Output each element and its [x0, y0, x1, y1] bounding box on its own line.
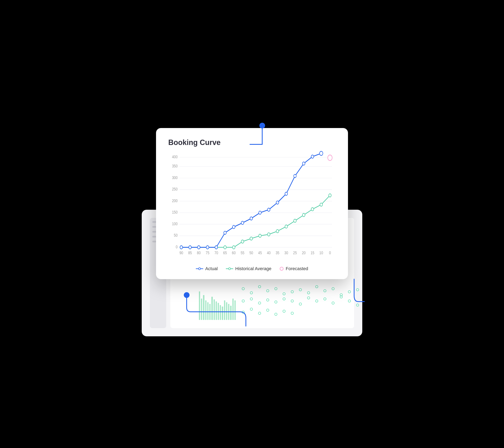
legend-historical: Historical Average	[226, 266, 271, 271]
scatter-dot	[283, 310, 286, 313]
svg-text:20: 20	[302, 250, 306, 255]
bg-mini-bar-item	[222, 306, 223, 320]
svg-point-72	[303, 162, 305, 165]
scatter-dot	[283, 298, 286, 300]
scatter-dot	[266, 309, 269, 312]
svg-point-53	[294, 219, 296, 222]
svg-point-50	[268, 233, 270, 236]
scatter-dot	[340, 295, 343, 298]
svg-point-2	[259, 123, 265, 128]
bg-mini-bar-item	[199, 291, 200, 320]
svg-point-73	[311, 155, 314, 158]
svg-point-57	[329, 194, 331, 197]
svg-text:55: 55	[241, 250, 244, 255]
bg-mini-bar-item	[220, 305, 221, 320]
svg-text:0: 0	[329, 250, 331, 255]
svg-text:50: 50	[249, 250, 253, 255]
bg-mini-bar-item	[226, 302, 227, 320]
svg-text:60: 60	[232, 250, 236, 255]
svg-point-63	[224, 231, 226, 234]
svg-point-45	[224, 246, 226, 249]
svg-text:75: 75	[206, 250, 209, 255]
svg-point-69	[276, 201, 279, 204]
svg-text:65: 65	[223, 250, 227, 255]
svg-text:100: 100	[172, 221, 178, 226]
scatter-dot	[258, 285, 261, 288]
scatter-dot	[242, 300, 245, 303]
scatter-dot	[274, 287, 277, 290]
legend-forecasted-label: Forecasted	[286, 266, 308, 271]
bg-mini-bar-item	[224, 300, 225, 320]
svg-point-80	[280, 267, 283, 270]
svg-point-60	[198, 246, 200, 249]
bg-bottom-area	[199, 279, 346, 324]
chart-container: 0 50 100 150 200 250 300 350 400 90 85 8…	[168, 155, 336, 261]
svg-point-75	[328, 155, 332, 161]
svg-text:70: 70	[215, 250, 218, 255]
svg-text:90: 90	[180, 250, 183, 255]
bg-mini-bar-item	[201, 299, 202, 320]
bg-scatter	[240, 279, 346, 324]
scatter-dot	[332, 302, 335, 305]
legend-actual: Actual	[196, 266, 218, 271]
bg-mini-bar-item	[214, 299, 215, 320]
legend-forecasted: Forecasted	[280, 266, 308, 271]
scatter-dot	[348, 300, 351, 303]
scatter-dot	[356, 288, 359, 291]
bg-mini-bar-item	[234, 300, 236, 320]
svg-text:400: 400	[172, 154, 178, 159]
svg-point-64	[232, 225, 235, 229]
scatter-dot	[250, 291, 253, 294]
svg-point-56	[320, 203, 323, 206]
legend-actual-icon	[196, 267, 203, 270]
svg-point-70	[285, 192, 288, 196]
scatter-dot	[274, 313, 277, 316]
svg-point-49	[259, 234, 261, 237]
bg-mini-bar-item	[211, 297, 213, 320]
svg-text:10: 10	[319, 250, 323, 255]
scatter-dot	[332, 287, 335, 290]
svg-text:40: 40	[267, 250, 270, 255]
bg-mini-bar-item	[230, 306, 231, 320]
svg-text:80: 80	[197, 250, 200, 255]
scatter-dot	[283, 292, 286, 295]
legend-historical-icon	[226, 267, 233, 270]
svg-text:350: 350	[172, 163, 178, 168]
svg-point-48	[250, 237, 252, 240]
scatter-dot	[315, 285, 318, 288]
scatter-dot	[324, 289, 326, 292]
bg-mini-bar-item	[218, 303, 219, 320]
svg-point-65	[241, 221, 244, 224]
svg-point-61	[206, 246, 209, 249]
svg-point-52	[285, 225, 288, 228]
scatter-dot	[250, 298, 253, 300]
scene: Booking Curve 0 50 100 150 200 250	[131, 112, 373, 336]
bg-mini-bar-item	[205, 300, 206, 320]
scatter-dot	[315, 300, 318, 303]
scatter-dot	[324, 298, 326, 300]
svg-text:150: 150	[172, 210, 178, 215]
svg-text:300: 300	[172, 175, 178, 180]
bg-mini-bar-item	[232, 299, 234, 320]
svg-point-51	[276, 230, 279, 233]
scatter-dot	[274, 301, 277, 304]
chart-legend: Actual Historical Average Forecasted	[168, 266, 336, 271]
scatter-dot	[258, 312, 261, 315]
svg-text:85: 85	[188, 250, 192, 255]
svg-text:50: 50	[174, 233, 178, 237]
svg-text:200: 200	[172, 198, 178, 203]
scatter-dot	[299, 288, 302, 291]
svg-point-74	[320, 151, 323, 155]
svg-point-79	[229, 268, 231, 270]
svg-text:45: 45	[258, 250, 262, 255]
scatter-dot	[299, 303, 302, 305]
svg-text:35: 35	[276, 250, 279, 255]
svg-text:30: 30	[285, 250, 288, 255]
scatter-dot	[258, 302, 261, 305]
scatter-dot	[242, 311, 245, 314]
svg-text:15: 15	[311, 250, 314, 255]
svg-point-62	[215, 246, 218, 249]
scatter-dot	[356, 304, 359, 306]
bg-mini-bar-item	[209, 304, 211, 320]
scatter-dot	[291, 300, 294, 303]
